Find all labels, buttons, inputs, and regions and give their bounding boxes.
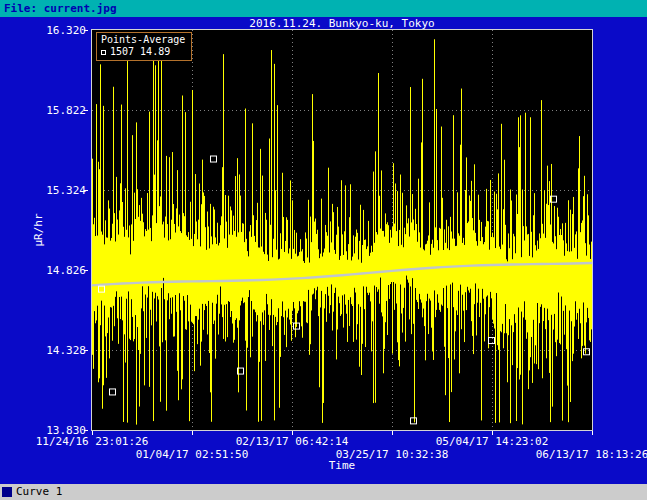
x-tick-label: 01/04/17 02:51:50 <box>136 448 249 461</box>
status-label: Curve 1 <box>16 484 62 500</box>
curve-color-swatch <box>2 487 12 497</box>
legend: Points-Average 1507 14.89 <box>96 32 192 61</box>
x-tick-mark <box>492 431 493 435</box>
y-tick-label: 14.826 <box>0 264 86 277</box>
plot-frame: Points-Average 1507 14.89 <box>91 29 593 431</box>
x-tick-label: 06/13/17 18:13:26 <box>536 448 647 461</box>
y-tick-mark <box>84 350 88 351</box>
x-axis-title: Time <box>329 459 356 472</box>
y-tick-mark <box>84 110 88 111</box>
y-tick-label: 14.328 <box>0 344 86 357</box>
y-tick-label: 15.822 <box>0 104 86 117</box>
x-tick-label: 05/04/17 14:23:02 <box>436 435 549 448</box>
legend-entry-text: 1507 14.89 <box>110 46 170 58</box>
y-tick-mark <box>84 190 88 191</box>
y-tick-mark <box>84 30 88 31</box>
x-tick-mark <box>192 431 193 435</box>
window-titlebar[interactable]: File: current.jpg <box>0 0 647 17</box>
plot-canvas <box>92 30 592 430</box>
x-tick-label: 02/13/17 06:42:14 <box>236 435 349 448</box>
window-title: File: current.jpg <box>4 2 117 15</box>
x-tick-label: 11/24/16 23:01:26 <box>36 435 149 448</box>
y-tick-mark <box>84 430 88 431</box>
legend-entry: 1507 14.89 <box>101 46 185 58</box>
legend-title: Points-Average <box>101 34 185 46</box>
y-tick-label: 15.324 <box>0 184 86 197</box>
x-tick-mark <box>292 431 293 435</box>
y-tick-label: 16.320 <box>0 24 86 37</box>
status-bar: Curve 1 <box>0 484 647 500</box>
y-axis-title: μR/hr <box>32 213 45 246</box>
image-viewer-window: File: current.jpg 2016.11.24. Bunkyo-ku,… <box>0 0 647 500</box>
y-tick-mark <box>84 270 88 271</box>
legend-square-marker-icon <box>101 50 106 55</box>
x-tick-mark <box>392 431 393 435</box>
x-tick-mark <box>592 431 593 435</box>
x-tick-mark <box>92 431 93 435</box>
